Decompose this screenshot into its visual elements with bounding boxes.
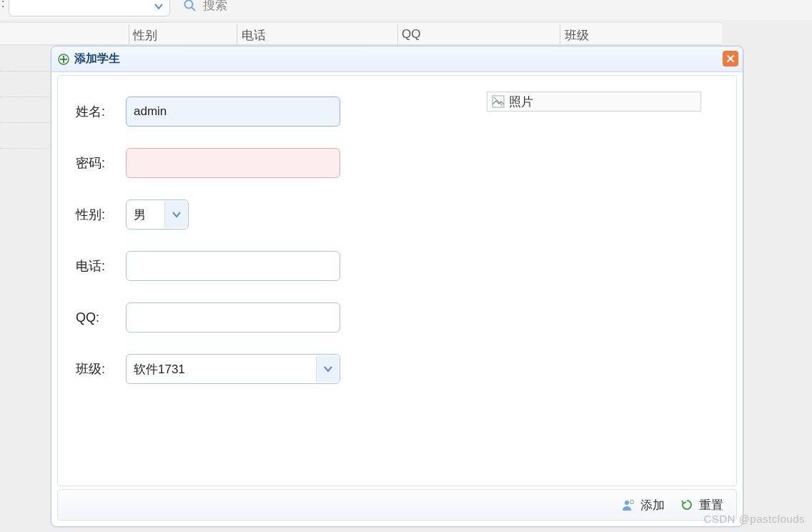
col-qq[interactable]: QQ (402, 27, 420, 41)
row-qq: QQ: (76, 302, 340, 333)
plus-icon (57, 53, 70, 66)
class-input[interactable] (126, 354, 340, 384)
search-label: 搜索 (203, 0, 227, 14)
dialog-footer: 添加 重置 (57, 489, 737, 521)
chevron-down-icon[interactable] (164, 201, 187, 228)
qq-input[interactable] (126, 302, 340, 332)
password-input[interactable] (126, 148, 340, 178)
grid-row-stubs (0, 46, 49, 149)
col-gender[interactable]: 性别 (133, 27, 157, 44)
row-class: 班级: (76, 353, 340, 385)
label-gender: 性别: (76, 206, 126, 223)
reset-button-label: 重置 (699, 497, 723, 513)
col-phone[interactable]: 电话 (242, 27, 266, 44)
search-icon (183, 0, 197, 13)
phone-input[interactable] (126, 251, 340, 281)
photo-placeholder[interactable]: 照片 (487, 92, 701, 112)
chevron-down-icon (151, 0, 167, 14)
dialog-title: 添加学生 (74, 51, 120, 66)
header-divider (237, 24, 237, 44)
svg-line-1 (192, 7, 195, 11)
svg-point-0 (185, 0, 193, 8)
row-name: 姓名: (76, 96, 340, 127)
close-button[interactable] (723, 51, 738, 66)
search-button[interactable]: 搜索 (183, 0, 227, 14)
chevron-down-icon[interactable] (316, 355, 339, 383)
reset-button[interactable]: 重置 (680, 497, 723, 513)
photo-label: 照片 (509, 94, 533, 110)
row-phone: 电话: (76, 250, 340, 282)
row-password: 密码: (76, 147, 340, 179)
header-divider (397, 24, 398, 44)
grid-header: 性别 电话 QQ 班级 (0, 22, 722, 45)
gender-combo[interactable] (126, 200, 189, 230)
close-icon (726, 54, 735, 63)
row-gender: 性别: (76, 199, 340, 230)
col-class[interactable]: 班级 (565, 27, 589, 44)
top-toolbar: : 搜索 (0, 0, 812, 20)
add-student-dialog: 添加学生 姓名: 密码: 性别: (51, 46, 743, 527)
dialog-header[interactable]: 添加学生 (51, 46, 743, 72)
header-divider (560, 24, 560, 44)
person-add-icon (622, 498, 635, 511)
student-form: 姓名: 密码: 性别: 电话: Q (76, 96, 340, 405)
label-password: 密码: (76, 154, 126, 172)
label-qq: QQ: (76, 310, 126, 325)
broken-image-icon (492, 95, 505, 108)
refresh-icon (680, 498, 693, 511)
add-button-label: 添加 (640, 497, 665, 513)
label-name: 姓名: (76, 103, 126, 120)
name-input[interactable] (126, 97, 340, 127)
top-filter-combo[interactable] (9, 0, 170, 16)
svg-point-4 (625, 501, 629, 505)
dialog-body: 姓名: 密码: 性别: 电话: Q (57, 75, 737, 486)
label-class: 班级: (76, 360, 126, 378)
toolbar-colon: : (1, 0, 4, 10)
add-button[interactable]: 添加 (622, 497, 665, 513)
header-divider (129, 24, 129, 44)
label-phone: 电话: (76, 257, 126, 275)
class-combo[interactable] (126, 354, 340, 384)
